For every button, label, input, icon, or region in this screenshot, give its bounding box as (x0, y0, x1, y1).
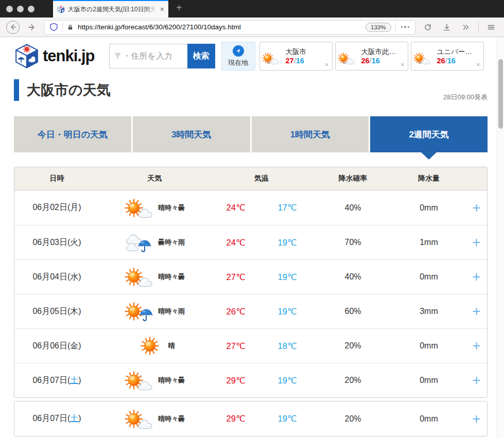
chip-weather-icon (262, 47, 285, 65)
weather-cell: 晴時々曇 (99, 266, 210, 288)
date-cell: 06月02日(月) (14, 202, 99, 213)
overflow-menu-button[interactable] (459, 21, 473, 34)
url-text[interactable]: https://tenki.jp/forecast/6/30/6200/2710… (78, 23, 361, 31)
divider (478, 22, 479, 33)
location-chip[interactable]: 大阪市 27/16 × (259, 42, 333, 71)
day-of-week: 月 (70, 203, 78, 212)
reload-button[interactable] (421, 21, 435, 34)
precip-amount: 0mm (393, 203, 465, 213)
low-temp: 19℃ (262, 238, 313, 248)
search-button[interactable]: 検索 (187, 44, 215, 68)
published-timestamp: 28日09:00発表 (443, 93, 488, 103)
high-temp: 27℃ (210, 341, 262, 351)
chip-weather-icon (338, 47, 360, 65)
high-temp: 27℃ (210, 272, 262, 282)
chip-close-icon[interactable]: × (325, 61, 329, 68)
expand-row-button[interactable]: + (465, 304, 488, 319)
weather-label: 晴 (168, 341, 175, 351)
low-temp: 17℃ (262, 203, 313, 213)
browser-tab[interactable]: 大阪市の2週間天気(旧:10日間天気 × (53, 0, 168, 17)
window-controls[interactable] (6, 6, 34, 12)
forecast-section: 06月07日(土) 晴時々曇 29℃ 19℃ 20% 0mm + (14, 401, 488, 436)
weather-label: 晴時々雨 (158, 307, 185, 316)
minimize-window-button[interactable] (17, 6, 24, 12)
chip-temps: 27/16 (286, 57, 304, 65)
page-actions-icon[interactable] (400, 26, 411, 28)
chip-city-name: 大阪市 (286, 47, 307, 57)
weather-icon (125, 266, 154, 288)
precip-probability: 40% (313, 203, 393, 213)
header-temperature: 気温 (210, 174, 313, 183)
page-title: 大阪市の天気 (27, 79, 111, 101)
header-pop: 降水確率 (313, 174, 393, 183)
current-location-label: 現在地 (228, 58, 248, 67)
tracking-protection-shield-icon[interactable] (49, 23, 58, 31)
location-chip[interactable]: 大阪市此… 26/16 × (335, 42, 408, 71)
precip-amount: 0mm (393, 376, 465, 385)
tab-2week[interactable]: 2週間天気 (370, 116, 488, 152)
low-temp: 19℃ (262, 272, 313, 282)
tab-close-icon[interactable]: × (160, 6, 164, 13)
day-of-week: 土 (70, 414, 78, 423)
chip-city-name: ユニバー… (437, 47, 472, 57)
back-button[interactable] (6, 21, 20, 34)
low-temp: 19℃ (262, 376, 313, 386)
weather-cell: 晴 (99, 335, 210, 357)
search-input[interactable] (109, 44, 187, 68)
download-button[interactable] (440, 21, 454, 34)
lock-icon[interactable] (67, 24, 74, 31)
expand-row-button[interactable]: + (465, 412, 488, 426)
date-text: 06月04日 (32, 272, 67, 281)
browser-toolbar: https://tenki.jp/forecast/6/30/6200/2710… (0, 17, 504, 37)
chip-high-temp: 26 (361, 57, 370, 65)
expand-row-button[interactable]: + (465, 270, 488, 284)
table-row: 06月07日(土) 晴時々曇 29℃ 19℃ 20% 0mm + (14, 401, 487, 436)
high-temp: 26℃ (210, 307, 262, 317)
page-zoom-badge[interactable]: 133% (366, 23, 391, 32)
day-of-week: 木 (70, 307, 78, 316)
zoom-window-button[interactable] (28, 6, 34, 12)
header-precipitation: 降水量 (393, 174, 465, 183)
browser-titlebar: 大阪市の2週間天気(旧:10日間天気 × + (0, 0, 504, 17)
low-temp: 19℃ (262, 414, 313, 424)
expand-row-button[interactable]: + (465, 235, 488, 250)
url-bar[interactable]: https://tenki.jp/forecast/6/30/6200/2710… (44, 20, 415, 34)
chip-low-temp: 16 (447, 57, 456, 65)
weather-cell: 晴時々曇 (99, 408, 210, 430)
precip-probability: 40% (313, 272, 393, 282)
menu-button[interactable] (484, 21, 498, 34)
chip-city-name: 大阪市此… (361, 47, 396, 57)
chip-close-icon[interactable]: × (401, 61, 405, 68)
tab-3hour[interactable]: 3時間天気 (133, 116, 250, 152)
tab-1hour[interactable]: 1時間天気 (252, 116, 369, 152)
expand-row-button[interactable]: + (465, 201, 488, 215)
location-chip[interactable]: ユニバー… 26/16 × (411, 42, 484, 71)
chevron-double-right-icon (462, 23, 470, 31)
current-location-button[interactable]: 現在地 (221, 42, 255, 71)
forecast-table: 日時 天気 気温 降水確率 降水量 06月02日(月) 晴時々曇 24℃ 17℃… (14, 167, 488, 436)
chip-close-icon[interactable]: × (476, 61, 480, 68)
date-cell: 06月07日(土) (14, 413, 99, 424)
reload-icon (424, 23, 432, 31)
new-tab-button[interactable]: + (176, 2, 182, 14)
day-of-week: 火 (70, 238, 78, 247)
weather-cell: 晴時々曇 (99, 370, 210, 391)
weather-label: 晴時々曇 (158, 376, 185, 385)
day-of-week: 土 (70, 376, 78, 384)
scrollbar-thumb[interactable] (498, 59, 503, 129)
tenki-logo[interactable]: tenki.jp (14, 43, 95, 69)
weather-icon (125, 408, 154, 430)
expand-row-button[interactable]: + (465, 339, 488, 353)
table-row: 06月02日(月) 晴時々曇 24℃ 17℃ 40% 0mm + (14, 190, 487, 225)
close-window-button[interactable] (6, 6, 13, 12)
expand-row-button[interactable]: + (465, 373, 488, 388)
precip-amount: 0mm (393, 414, 465, 424)
chip-temps: 26/16 (361, 57, 380, 65)
download-icon (443, 23, 451, 31)
scrollbar-track[interactable] (497, 37, 504, 438)
forward-button[interactable] (25, 21, 39, 34)
chip-high-temp: 27 (286, 57, 294, 65)
tab-today-tomorrow[interactable]: 今日・明日の天気 (14, 116, 131, 152)
date-cell: 06月05日(木) (14, 306, 99, 317)
high-temp: 29℃ (210, 376, 262, 386)
